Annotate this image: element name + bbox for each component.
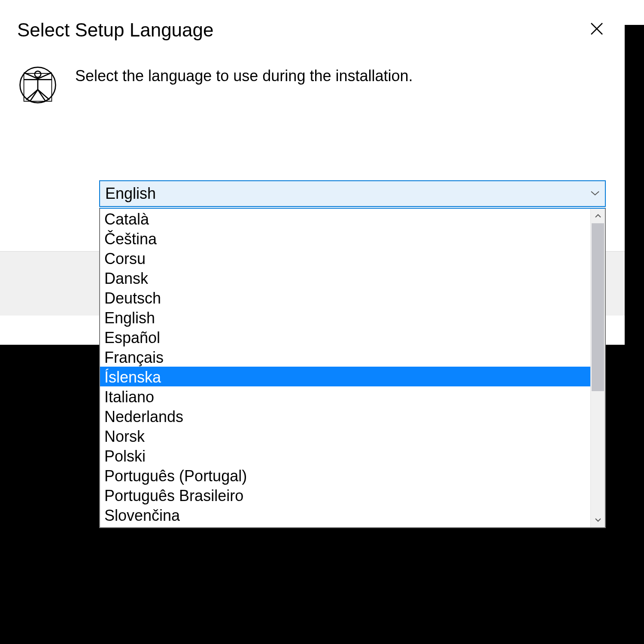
language-option[interactable]: Português Brasileiro xyxy=(100,485,590,505)
language-combo-area: English xyxy=(99,180,606,207)
combobox-selected-text: English xyxy=(105,185,156,203)
language-option[interactable]: Català xyxy=(100,209,590,228)
language-dialog: Select Setup Language xyxy=(0,0,625,105)
dialog-content: Select the language to use during the in… xyxy=(0,52,625,105)
language-option[interactable]: Português (Portugal) xyxy=(100,465,590,485)
language-option[interactable]: Norsk xyxy=(100,426,590,446)
language-option[interactable]: English xyxy=(100,307,590,327)
svg-point-4 xyxy=(34,71,40,77)
dialog-title: Select Setup Language xyxy=(17,19,214,41)
background-black-right xyxy=(625,25,644,345)
language-dropdown: CatalàČeštinaCorsuDanskDeutschEnglishEsp… xyxy=(99,208,606,528)
instruction-text: Select the language to use during the in… xyxy=(75,64,413,85)
close-button[interactable] xyxy=(586,19,608,41)
scrollbar xyxy=(590,209,605,527)
language-option[interactable]: Polski xyxy=(100,446,590,465)
scroll-up-button[interactable] xyxy=(591,209,605,223)
language-option[interactable]: Italiano xyxy=(100,386,590,406)
language-option[interactable]: Nederlands xyxy=(100,406,590,426)
language-option[interactable]: Čeština xyxy=(100,228,590,248)
language-combobox[interactable]: English xyxy=(99,180,606,207)
language-option[interactable]: Deutsch xyxy=(100,288,590,307)
scroll-track[interactable] xyxy=(591,223,605,513)
language-option[interactable]: Dansk xyxy=(100,268,590,288)
scroll-down-button[interactable] xyxy=(591,513,605,527)
scroll-thumb[interactable] xyxy=(592,223,604,391)
vitruvian-man-icon xyxy=(17,64,58,105)
language-option[interactable]: Español xyxy=(100,327,590,347)
language-option[interactable]: Slovenčina xyxy=(100,505,590,525)
language-option-list: CatalàČeštinaCorsuDanskDeutschEnglishEsp… xyxy=(100,209,590,527)
language-option[interactable]: Français xyxy=(100,347,590,367)
language-option[interactable]: Íslenska xyxy=(100,367,590,386)
close-icon xyxy=(589,21,604,40)
titlebar: Select Setup Language xyxy=(0,0,625,52)
language-option[interactable]: Corsu xyxy=(100,248,590,268)
chevron-down-icon xyxy=(590,189,600,198)
